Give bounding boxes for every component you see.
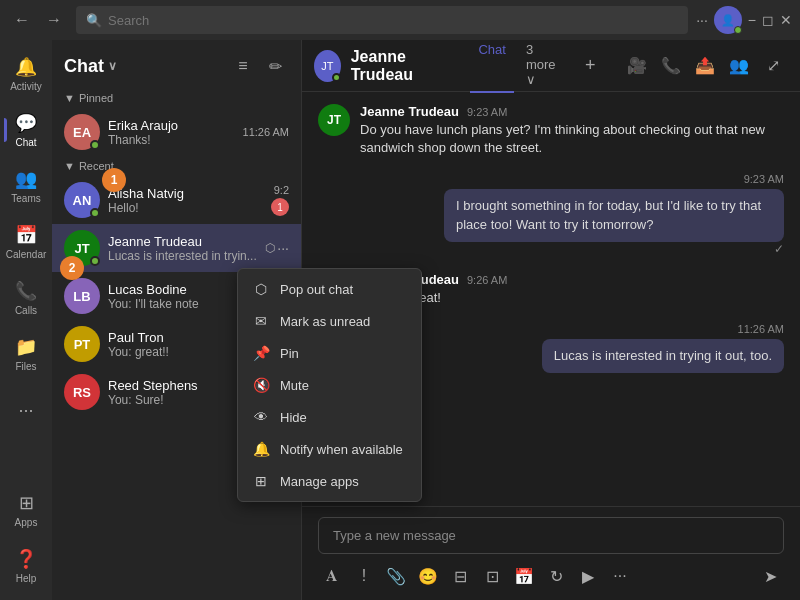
avatar-erika: EA xyxy=(64,114,100,150)
user-status-dot xyxy=(734,26,742,34)
context-menu-hide[interactable]: 👁 Hide xyxy=(238,401,421,433)
context-menu-mark-unread[interactable]: ✉ Mark as unread xyxy=(238,305,421,337)
chat-title-chevron: ∨ xyxy=(108,59,117,73)
chat-header-status xyxy=(332,73,341,82)
share-screen-button[interactable]: 📤 xyxy=(690,51,720,81)
video-button[interactable]: ▶ xyxy=(574,562,602,590)
context-menu-pin[interactable]: 📌 Pin xyxy=(238,337,421,369)
files-icon: 📁 xyxy=(15,336,37,358)
back-button[interactable]: ← xyxy=(8,6,36,34)
msg-header-1: Jeanne Trudeau 9:23 AM xyxy=(360,104,784,119)
gif-button[interactable]: ⊟ xyxy=(446,562,474,590)
calendar-icon: 📅 xyxy=(15,224,37,246)
chat-preview-jeanne: Lucas is interested in tryin... xyxy=(108,249,257,263)
audio-call-button[interactable]: 📞 xyxy=(656,51,686,81)
help-label: Help xyxy=(16,573,37,584)
context-menu: ⬡ Pop out chat ✉ Mark as unread 📌 Pin 🔇 … xyxy=(237,268,422,502)
pop-out-icon: ⬡ xyxy=(252,281,270,297)
hide-label: Hide xyxy=(280,410,307,425)
avatar-paul: PT xyxy=(64,326,100,362)
expand-button[interactable]: ⤢ xyxy=(758,51,788,81)
step-badge-2: 2 xyxy=(60,256,84,280)
video-call-button[interactable]: 🎥 xyxy=(622,51,652,81)
avatar-lucas: LB xyxy=(64,278,100,314)
titlebar-right: ··· 👤 − ◻ ✕ xyxy=(696,6,792,34)
notify-label: Notify when available xyxy=(280,442,403,457)
chat-header-actions: 🎥 📞 📤 👥 ⤢ xyxy=(622,51,788,81)
sidebar-item-apps[interactable]: ⊞ Apps xyxy=(4,484,48,536)
sidebar-item-calendar[interactable]: 📅 Calendar xyxy=(4,216,48,268)
manage-apps-label: Manage apps xyxy=(280,474,359,489)
chat-item-jeanne[interactable]: JT Jeanne Trudeau Lucas is interested in… xyxy=(52,224,301,272)
chat-info-alisha: Alisha Natvig Hello! xyxy=(108,186,263,215)
window-nav: ← → xyxy=(8,6,68,34)
chat-name-erika: Erika Araujo xyxy=(108,118,235,133)
sidebar-item-more[interactable]: ··· xyxy=(4,384,48,436)
main-layout: 🔔 Activity 💬 Chat 👥 Teams 📅 Calendar 📞 C… xyxy=(0,40,800,600)
calls-label: Calls xyxy=(15,305,37,316)
sidebar-item-calls[interactable]: 📞 Calls xyxy=(4,272,48,324)
left-rail: 🔔 Activity 💬 Chat 👥 Teams 📅 Calendar 📞 C… xyxy=(0,40,52,600)
chat-preview-alisha: Hello! xyxy=(108,201,263,215)
priority-button[interactable]: ! xyxy=(350,562,378,590)
sticker-button[interactable]: ⊡ xyxy=(478,562,506,590)
jeanne-actions: ⬡ ··· xyxy=(265,240,289,256)
chat-panel-title[interactable]: Chat ∨ xyxy=(64,56,117,77)
chat-item-alisha[interactable]: AN Alisha Natvig Hello! 9:2 1 xyxy=(52,176,301,224)
context-menu-manage-apps[interactable]: ⊞ Manage apps xyxy=(238,465,421,497)
sidebar-item-activity[interactable]: 🔔 Activity xyxy=(4,48,48,100)
filter-button[interactable]: ≡ xyxy=(229,52,257,80)
avatar-reed: RS xyxy=(64,374,100,410)
mark-unread-label: Mark as unread xyxy=(280,314,370,329)
emoji-button[interactable]: 😊 xyxy=(414,562,442,590)
close-button[interactable]: ✕ xyxy=(780,12,792,28)
people-button[interactable]: 👥 xyxy=(724,51,754,81)
sidebar-item-teams[interactable]: 👥 Teams xyxy=(4,160,48,212)
user-avatar[interactable]: 👤 xyxy=(714,6,742,34)
tab-more[interactable]: 3 more ∨ xyxy=(518,38,569,93)
popup-button-jeanne[interactable]: ⬡ xyxy=(265,241,275,255)
chat-preview-erika: Thanks! xyxy=(108,133,235,147)
maximize-button[interactable]: ◻ xyxy=(762,12,774,28)
msg-header-3: Jeanne Trudeau 9:26 AM xyxy=(360,272,784,287)
chat-panel-actions: ≡ ✏ xyxy=(229,52,289,80)
more-options-button[interactable]: ··· xyxy=(696,12,708,28)
chat-item-erika[interactable]: EA Erika Araujo Thanks! 11:26 AM xyxy=(52,108,301,156)
message-row-1: JT Jeanne Trudeau 9:23 AM Do you have lu… xyxy=(318,104,784,157)
loop-button[interactable]: ↻ xyxy=(542,562,570,590)
chat-rail-label: Chat xyxy=(15,137,36,148)
sidebar-item-files[interactable]: 📁 Files xyxy=(4,328,48,380)
add-tab-button[interactable]: + xyxy=(579,52,602,80)
new-chat-button[interactable]: ✏ xyxy=(261,52,289,80)
more-icon: ··· xyxy=(18,400,33,421)
sidebar-item-help[interactable]: ❓ Help xyxy=(4,540,48,592)
sidebar-item-chat[interactable]: 💬 Chat xyxy=(4,104,48,156)
compose-placeholder: Type a new message xyxy=(333,528,456,543)
forward-button[interactable]: → xyxy=(40,6,68,34)
more-button-jeanne[interactable]: ··· xyxy=(277,240,289,256)
chat-name-alisha: Alisha Natvig xyxy=(108,186,263,201)
step-badge-1: 1 xyxy=(102,168,126,192)
pin-label: Pin xyxy=(280,346,299,361)
calls-icon: 📞 xyxy=(15,280,37,302)
mute-label: Mute xyxy=(280,378,309,393)
search-input[interactable] xyxy=(108,13,678,28)
chat-time-erika: 11:26 AM xyxy=(243,126,289,138)
context-menu-notify[interactable]: 🔔 Notify when available xyxy=(238,433,421,465)
msg-text-2: I brought something in for today, but I'… xyxy=(456,197,772,233)
msg-time-4: 11:26 AM xyxy=(738,323,784,335)
more-format-button[interactable]: ··· xyxy=(606,562,634,590)
recent-section-label: ▼ Recent xyxy=(52,156,301,176)
minimize-button[interactable]: − xyxy=(748,12,756,28)
format-button[interactable]: 𝐀 xyxy=(318,562,346,590)
attach-button[interactable]: 📎 xyxy=(382,562,410,590)
tab-chat[interactable]: Chat xyxy=(470,38,513,93)
meet-button[interactable]: 📅 xyxy=(510,562,538,590)
context-menu-pop-out[interactable]: ⬡ Pop out chat xyxy=(238,273,421,305)
compose-box[interactable]: Type a new message xyxy=(318,517,784,554)
teams-label: Teams xyxy=(11,193,40,204)
help-icon: ❓ xyxy=(15,548,37,570)
search-bar[interactable]: 🔍 xyxy=(76,6,688,34)
send-button[interactable]: ➤ xyxy=(756,562,784,590)
context-menu-mute[interactable]: 🔇 Mute xyxy=(238,369,421,401)
